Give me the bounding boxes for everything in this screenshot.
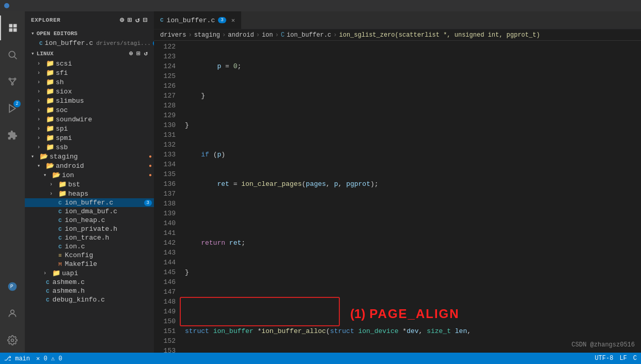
svg-point-8 (11, 83, 13, 85)
tree-item-soc[interactable]: › 📁 soc (25, 105, 154, 115)
tree-item-ion-buffer-c[interactable]: C ion_buffer.c 3 (25, 198, 154, 207)
svg-line-5 (14, 57, 17, 59)
breadcrumb: drivers › staging › android › ion › C io… (154, 29, 641, 41)
tree-label: uapi (62, 270, 78, 277)
tree-label: spmi (56, 134, 72, 142)
makefile-icon: M (58, 261, 62, 267)
tree-item-makefile[interactable]: M Makefile (25, 260, 154, 268)
tree-item-ion-dma-buf[interactable]: C ion_dma_buf.c (25, 207, 154, 216)
arrow-icon: ▾ (43, 172, 51, 178)
android-dot: ● (149, 163, 152, 169)
breadcrumb-drivers[interactable]: drivers (160, 31, 186, 39)
activity-settings-icon[interactable] (0, 328, 25, 353)
folder-icon: 📁 (46, 97, 54, 105)
linux-section-title[interactable]: ▾ LINUX ⊕ ⊞ ↺ (25, 48, 154, 59)
code-lines: p = 0; } } if (p) ret = ion_clear_pages(… (180, 42, 487, 353)
arrow-icon: › (50, 182, 57, 187)
tree-item-ion-c[interactable]: C ion.c (25, 242, 154, 251)
tree-label: sh (56, 78, 64, 86)
sidebar-header: EXPLORER ⊕ ⊞ ↺ ⊟ (25, 11, 154, 28)
tree-item-heaps[interactable]: › 📁 heaps (25, 189, 154, 198)
tree-label: soundwire (56, 116, 92, 123)
open-editors-section: ▾ OPEN EDITORS C ion_buffer.c drivers/st… (25, 28, 154, 48)
tree-item-siox[interactable]: › 📁 siox (25, 87, 154, 96)
tree-label: spi (56, 125, 68, 133)
code-container[interactable]: 122 123 124 125 126 127 128 129 130 131 … (154, 41, 641, 353)
c-file-icon: C (46, 279, 50, 286)
open-editor-path: drivers/stagi... (96, 40, 151, 46)
code-line-128: return ret; (185, 238, 487, 248)
tree-item-android[interactable]: ▾ 📂 android ● (25, 161, 154, 170)
arrow-icon: › (37, 126, 44, 132)
tree-item-ion-private-h[interactable]: C ion_private.h (25, 225, 154, 233)
tree-label: slimbus (56, 97, 84, 105)
tree-item-sfi[interactable]: › 📁 sfi (25, 68, 154, 77)
code-line-126: ret = ion_clear_pages(pages, p, pgprot); (185, 179, 487, 189)
c-file-icon: C (58, 226, 62, 232)
folder-open-icon: 📂 (52, 171, 60, 179)
arrow-icon: › (37, 98, 44, 104)
tree-item-ion[interactable]: ▾ 📂 ion ● (25, 170, 154, 180)
language: C (633, 355, 637, 362)
tree-item-ashmem-h[interactable]: C ashmem.h (25, 287, 154, 295)
open-editors-title[interactable]: ▾ OPEN EDITORS (25, 28, 154, 38)
tree-item-slimbus[interactable]: › 📁 slimbus (25, 96, 154, 105)
breadcrumb-ion[interactable]: ion (262, 31, 273, 39)
staging-dot: ● (149, 154, 152, 160)
folder-icon: 📁 (46, 115, 54, 123)
tree-item-ion-trace-h[interactable]: C ion_trace.h (25, 233, 154, 242)
activity-search-icon[interactable] (0, 42, 25, 67)
tree-item-scsi[interactable]: › 📁 scsi (25, 59, 154, 68)
arrow-icon: › (37, 145, 44, 150)
tab-ion-buffer[interactable]: C ion_buffer.c 3 ✕ (154, 11, 241, 29)
tree-icons[interactable]: ⊕ ⊞ ↺ (129, 50, 148, 57)
title-bar-dot (4, 3, 9, 8)
arrow-icon: › (37, 80, 44, 85)
refresh-icon[interactable]: ↺ (135, 15, 140, 24)
tree-item-bst[interactable]: › 📁 bst (25, 180, 154, 189)
tab-close-button[interactable]: ✕ (231, 17, 235, 24)
code-line-127 (185, 209, 487, 218)
errors-count: ✕ 0 ⚠ 0 (36, 355, 62, 362)
tree-item-debug-kinfo[interactable]: C debug_kinfo.c (25, 295, 154, 304)
new-file-icon[interactable]: ⊕ (120, 15, 124, 24)
tree-item-spi[interactable]: › 📁 spi (25, 124, 154, 133)
csdn-watermark: CSDN @zhangsz0516 (572, 341, 635, 349)
activity-extensions-icon[interactable] (0, 123, 25, 148)
open-editor-ion-buffer[interactable]: C ion_buffer.c drivers/stagi... 3 (25, 38, 154, 48)
collapse-icon[interactable]: ⊟ (143, 15, 148, 24)
tree-item-ashmem-c[interactable]: C ashmem.c (25, 278, 154, 287)
c-prefix-icon: C (39, 40, 43, 46)
activity-account-icon[interactable] (0, 301, 25, 326)
activity-bar: 2 P (0, 11, 25, 353)
breadcrumb-android[interactable]: android (228, 31, 254, 39)
tree-label: ion.c (65, 243, 85, 250)
breadcrumb-file[interactable]: ion_buffer.c (287, 31, 331, 39)
folder-icon: 📁 (46, 87, 54, 96)
arrow-icon: › (37, 117, 44, 122)
activity-explorer-icon[interactable] (0, 15, 25, 40)
tree-item-spmi[interactable]: › 📁 spmi (25, 133, 154, 143)
encoding: UTF-8 (595, 355, 613, 362)
tree-item-soundwire[interactable]: › 📁 soundwire (25, 115, 154, 124)
tree-item-staging[interactable]: ▾ 📂 staging ● (25, 152, 154, 161)
sidebar-header-icons[interactable]: ⊕ ⊞ ↺ ⊟ (120, 15, 148, 24)
breadcrumb-staging[interactable]: staging (194, 31, 220, 39)
folder-icon: 📁 (46, 106, 54, 114)
activity-debug-icon[interactable]: 2 (0, 96, 25, 121)
debug-badge: 2 (13, 100, 21, 107)
tree-item-ssb[interactable]: › 📁 ssb (25, 143, 154, 152)
tree-item-uapi[interactable]: › 📁 uapi (25, 268, 154, 278)
new-folder-icon[interactable]: ⊞ (128, 15, 132, 24)
folder-icon: 📁 (46, 69, 54, 77)
breadcrumb-func[interactable]: ion_sglist_zero(scatterlist *, unsigned … (339, 31, 540, 39)
tree-item-ion-heap[interactable]: C ion_heap.c (25, 216, 154, 225)
tree-item-kconfig[interactable]: ≡ Kconfig (25, 251, 154, 260)
svg-text:P: P (10, 284, 13, 290)
sidebar: EXPLORER ⊕ ⊞ ↺ ⊟ ▾ OPEN EDITORS C ion_bu… (25, 11, 154, 353)
line-ending: LF (619, 355, 627, 362)
svg-rect-3 (13, 28, 17, 32)
activity-python-icon[interactable]: P (0, 274, 25, 299)
tree-item-sh[interactable]: › 📁 sh (25, 77, 154, 87)
activity-git-icon[interactable] (0, 69, 25, 94)
